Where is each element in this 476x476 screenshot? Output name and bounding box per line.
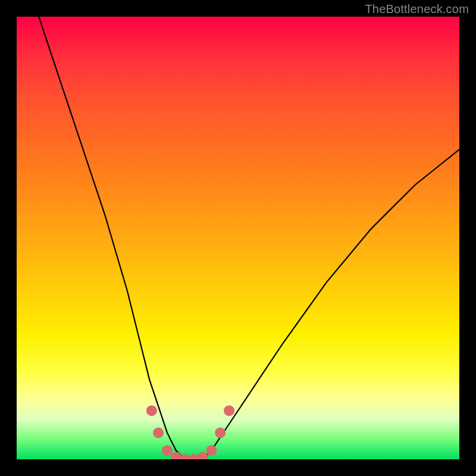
marker-dot	[206, 445, 217, 456]
marker-dot	[198, 452, 208, 459]
marker-dot	[162, 445, 173, 456]
chart-plot-area	[17, 17, 459, 459]
marker-dot	[153, 427, 164, 438]
marker-dot	[224, 405, 234, 416]
marker-dot	[215, 427, 226, 438]
highlight-markers	[146, 405, 234, 459]
chart-svg	[17, 17, 459, 459]
watermark-text: TheBottleneck.com	[365, 2, 469, 16]
marker-dot	[146, 405, 157, 416]
bottleneck-curve-path	[39, 17, 459, 459]
